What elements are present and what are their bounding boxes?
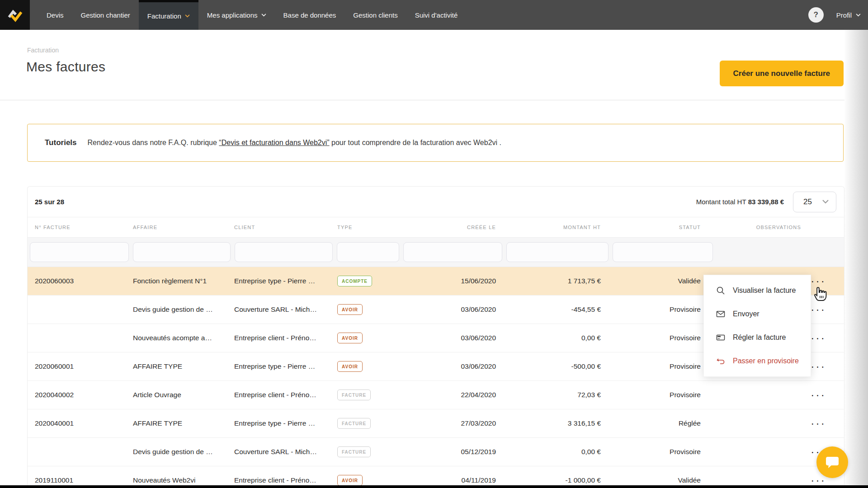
type-cell: ACOMPTE — [335, 276, 401, 286]
tutorials-banner: Tutoriels Rendez-vous dans notre F.A.Q. … — [27, 124, 844, 162]
breadcrumb: Facturation — [27, 47, 59, 54]
type-cell: AVOIR — [335, 475, 401, 486]
affaire-cell: Fonction règlement N°1 — [131, 277, 232, 285]
row-actions-button[interactable]: • • • — [811, 393, 825, 398]
column-header: Observations — [715, 225, 844, 230]
invoice-number: 2020060003 — [28, 277, 131, 285]
nav-label: Gestion clients — [353, 11, 397, 19]
menu-item-envoyer[interactable]: Envoyer — [704, 302, 811, 326]
total-value: 83 339,88 € — [748, 198, 784, 206]
column-header[interactable]: Client — [232, 225, 335, 230]
nav-item-gestion-chantier[interactable]: Gestion chantier — [72, 0, 139, 30]
filter-input-montant-ht[interactable] — [506, 242, 609, 262]
row-actions-button[interactable]: • • • — [811, 422, 825, 427]
nav-item-gestion-clients[interactable]: Gestion clients — [344, 0, 406, 30]
column-header[interactable]: Affaire — [131, 225, 232, 230]
web2vi-logo[interactable] — [0, 0, 30, 30]
column-header[interactable]: Créée le — [401, 225, 504, 230]
invoice-actions-menu: Visualiser la facture Envoyer Régler la … — [703, 275, 811, 377]
faq-link[interactable]: “Devis et facturation dans Web2vi” — [219, 139, 329, 146]
page-size-select[interactable]: 25 — [793, 192, 836, 212]
created-date-cell: 03/06/2020 — [401, 305, 504, 314]
row-count: 25 sur 28 — [35, 198, 64, 206]
amount-ht-cell: 72,03 € — [504, 391, 610, 399]
client-cell: Entreprise type - Pierre … — [232, 419, 335, 427]
observations-cell: • • • — [715, 391, 844, 399]
status-cell: Provisoire — [610, 334, 715, 342]
row-actions-button[interactable]: • • • — [811, 365, 825, 370]
status-cell: Provisoire — [610, 305, 715, 314]
nav-right: ? Profil — [808, 0, 861, 30]
nav-item-mes-applications[interactable]: Mes applications — [198, 0, 275, 30]
table-row[interactable]: 2020040002 Article Ouvrage Entreprise cl… — [28, 381, 844, 409]
help-button[interactable]: ? — [808, 7, 824, 23]
table-row[interactable]: 2019110001 Nouveautés Web2vi Entreprise … — [28, 466, 844, 488]
affaire-cell: Nouveautés acompte a… — [131, 334, 232, 342]
facturation-page: Devis Gestion chantier Facturation Mes a… — [0, 0, 868, 488]
client-cell: Couverture SARL - Mich… — [232, 305, 335, 314]
client-cell: Entreprise client - Préno… — [232, 391, 335, 399]
total-ht: Montant total HT 83 339,88 € — [696, 198, 784, 206]
summary-right: Montant total HT 83 339,88 € 25 — [696, 192, 836, 212]
nav-item-base-de-donnees[interactable]: Base de données — [275, 0, 345, 30]
menu-item-visualiser[interactable]: Visualiser la facture — [704, 279, 811, 302]
screen-bottom-bar — [0, 485, 868, 488]
filter-input-num-facture[interactable] — [30, 242, 129, 262]
column-header[interactable]: Montant HT — [504, 225, 610, 230]
column-header[interactable]: Type — [335, 225, 401, 230]
magnifier-icon — [716, 286, 725, 295]
menu-item-passer-provisoire[interactable]: Passer en provisoire — [704, 349, 811, 373]
row-actions-button[interactable]: • • • — [811, 479, 825, 483]
amount-ht-cell: 1 713,75 € — [504, 277, 610, 285]
help-icon: ? — [814, 10, 818, 19]
chevron-down-icon — [856, 14, 861, 17]
create-invoice-button[interactable]: Créer une nouvelle facture — [720, 61, 844, 86]
nav-item-suivi-activite[interactable]: Suivi d'activité — [406, 0, 467, 30]
filter-input-type[interactable] — [337, 242, 399, 262]
filter-input-affaire[interactable] — [133, 242, 231, 262]
observations-cell: • • • — [715, 419, 844, 427]
row-actions-button[interactable]: • • • — [811, 308, 825, 313]
top-nav: Devis Gestion chantier Facturation Mes a… — [0, 0, 868, 30]
affaire-cell: Nouveautés Web2vi — [131, 476, 232, 484]
profile-menu[interactable]: Profil — [836, 11, 861, 19]
nav-item-devis[interactable]: Devis — [38, 0, 72, 30]
banner-text-after: pour tout comprendre de la facturation a… — [330, 139, 501, 146]
type-cell: FACTURE — [335, 446, 401, 457]
nav-item-facturation[interactable]: Facturation — [139, 0, 198, 30]
page-size-value: 25 — [803, 197, 812, 206]
table-row[interactable]: 2020040001 AFFAIRE TYPE Entreprise type … — [28, 409, 844, 438]
observations-cell: • • • — [715, 476, 844, 484]
row-actions-button[interactable]: • • • — [811, 336, 825, 341]
filter-input-creee-le[interactable] — [403, 242, 502, 262]
status-cell: Provisoire — [610, 362, 715, 371]
amount-ht-cell: -454,55 € — [504, 305, 610, 314]
amount-ht-cell: 3 316,15 € — [504, 419, 610, 427]
credit-card-icon — [716, 333, 725, 342]
envelope-icon — [716, 310, 725, 319]
nav-items: Devis Gestion chantier Facturation Mes a… — [38, 0, 466, 30]
amount-ht-cell: 0,00 € — [504, 334, 610, 342]
menu-item-label: Visualiser la facture — [733, 286, 796, 295]
invoice-number: 2020040002 — [28, 391, 131, 399]
nav-label: Mes applications — [207, 11, 258, 19]
status-cell: Validée — [610, 277, 715, 285]
chat-button[interactable] — [816, 446, 848, 478]
column-header[interactable]: N° Facture — [28, 225, 131, 230]
amount-ht-cell: 0,00 € — [504, 448, 610, 456]
filter-input-client[interactable] — [235, 242, 333, 262]
table-row[interactable]: Devis guide gestion de … Couverture SARL… — [28, 438, 844, 466]
row-actions-button[interactable]: • • • — [811, 279, 825, 284]
client-cell: Entreprise client - Préno… — [232, 334, 335, 342]
nav-label: Suivi d'activité — [415, 11, 458, 19]
filter-input-statut[interactable] — [613, 242, 713, 262]
client-cell: Entreprise type - Pierre … — [232, 277, 335, 285]
chat-bubble-icon — [825, 455, 840, 469]
type-badge: FACTURE — [337, 446, 371, 457]
column-header[interactable]: Statut — [610, 225, 715, 230]
menu-item-regler[interactable]: Régler la facture — [704, 326, 811, 349]
menu-item-label: Envoyer — [733, 310, 760, 318]
type-cell: FACTURE — [335, 418, 401, 429]
banner-text: Rendez-vous dans notre F.A.Q. rubrique “… — [88, 139, 501, 147]
menu-item-label: Régler la facture — [733, 333, 786, 342]
